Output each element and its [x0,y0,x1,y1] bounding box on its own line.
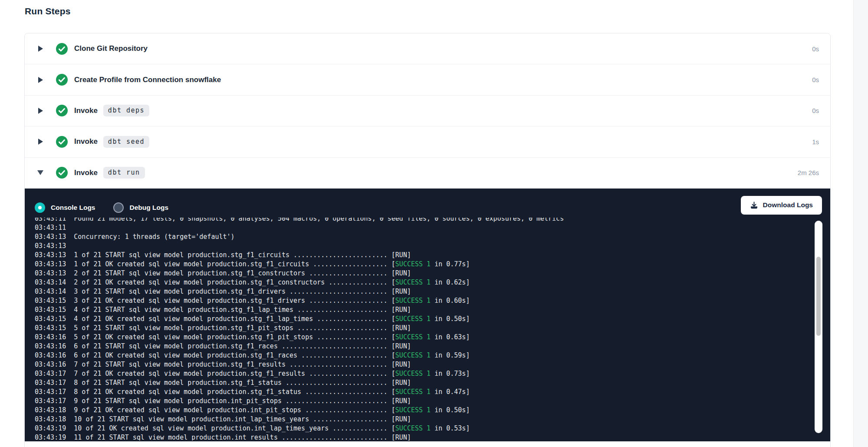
chevron-right-icon[interactable] [37,77,44,83]
page-title: Run Steps [25,6,71,17]
chevron-right-icon[interactable] [37,46,44,52]
log-line: 03:43:16 6 of 21 START sql view model pr… [35,342,830,351]
log-line: 03:43:11 Found 21 models, 17 tests, 0 sn… [35,218,830,223]
log-line: 03:43:17 9 of 21 START sql view model pr… [35,397,830,406]
step-command-chip: dbt run [103,167,145,179]
log-line: 03:43:17 7 of 21 OK created sql view mod… [35,369,830,378]
step-duration: 0s [812,76,819,83]
log-type-tabs: Console LogsDebug Logs [35,202,187,213]
log-line: 03:43:18 9 of 21 OK created sql view mod… [35,406,830,415]
download-icon [750,201,758,209]
log-line: 03:43:16 7 of 21 START sql view model pr… [35,360,830,369]
radio-selected-icon[interactable] [35,202,45,213]
step-duration: 1s [812,138,819,146]
step-label: Clone Git Repository [74,44,148,53]
success-check-icon [56,136,68,148]
log-line: 03:43:13 [35,242,830,251]
log-line: 03:43:11 [35,223,830,232]
tab-console-logs[interactable]: Console Logs [35,202,95,213]
console-log-output[interactable]: 03:43:11 Found 21 models, 17 tests, 0 sn… [25,218,830,440]
step-duration: 2m 26s [798,169,819,176]
log-line: 03:43:13 1 of 21 START sql view model pr… [35,251,830,260]
download-logs-label: Download Logs [763,201,813,209]
log-line: 03:43:17 8 of 21 OK created sql view mod… [35,387,830,397]
step-command-chip: dbt deps [103,105,149,116]
log-line: 03:43:16 6 of 21 OK created sql view mod… [35,351,830,360]
step-label: Invoke [74,106,98,115]
step-duration: 0s [812,45,819,53]
run-step-row[interactable]: Clone Git Repository0s [25,33,830,64]
log-line: 03:43:16 5 of 21 OK created sql view mod… [35,333,830,342]
success-check-icon [56,74,68,86]
radio-unselected-icon[interactable] [113,202,124,213]
run-step-row[interactable]: Create Profile from Connection snowflake… [25,64,830,95]
log-line: 03:43:14 2 of 21 OK created sql view mod… [35,278,830,287]
log-scrollbar[interactable] [815,221,822,433]
step-label: Invoke [74,169,98,177]
log-scrollbar-thumb[interactable] [816,257,821,336]
success-check-icon [56,167,68,179]
step-command-chip: dbt seed [103,136,149,148]
log-line: 03:43:13 Concurrency: 1 threads (target=… [35,232,830,242]
run-step-row[interactable]: Invokedbt seed1s [25,126,830,157]
chevron-right-icon[interactable] [37,139,44,145]
step-duration: 0s [812,107,819,114]
log-line: 03:43:13 1 of 21 OK created sql view mod… [35,260,830,269]
log-line: 03:43:18 10 of 21 START sql view model p… [35,415,830,424]
run-steps-list: Clone Git Repository0sCreate Profile fro… [25,33,830,189]
run-steps-card: Clone Git Repository0sCreate Profile fro… [24,33,831,447]
tab-label: Console Logs [51,204,95,212]
console-header: Console LogsDebug Logs Download Logs [25,189,830,218]
tab-debug-logs[interactable]: Debug Logs [113,202,168,213]
step-label: Invoke [74,137,98,146]
log-line: 03:43:19 10 of 21 OK created sql view mo… [35,424,830,433]
right-gutter [853,0,868,447]
run-step-row[interactable]: Invokedbt run2m 26s [25,158,830,189]
log-line: 03:43:15 4 of 21 START sql view model pr… [35,305,830,315]
run-steps-page: { "title": "Run Steps", "colors": { "suc… [0,0,868,447]
chevron-down-icon[interactable] [37,170,44,175]
log-line: 03:43:17 8 of 21 START sql view model pr… [35,378,830,387]
run-step-row[interactable]: Invokedbt deps0s [25,96,830,126]
log-text: 03:43:11 Found 21 models, 17 tests, 0 sn… [25,218,830,440]
chevron-right-icon[interactable] [37,108,44,114]
tab-label: Debug Logs [129,204,168,212]
step-label: Create Profile from Connection snowflake [74,76,221,84]
log-line: 03:43:15 4 of 21 OK created sql view mod… [35,315,830,324]
log-line: 03:43:13 2 of 21 START sql view model pr… [35,269,830,278]
console-panel: Console LogsDebug Logs Download Logs 03:… [25,189,830,441]
log-line: 03:43:15 5 of 21 START sql view model pr… [35,324,830,333]
log-line: 03:43:15 3 of 21 OK created sql view mod… [35,296,830,305]
log-line: 03:43:19 11 of 21 START sql view model p… [35,433,830,440]
download-logs-button[interactable]: Download Logs [741,196,822,215]
log-line: 03:43:14 3 of 21 START sql view model pr… [35,287,830,296]
success-check-icon [56,43,68,55]
success-check-icon [56,105,68,116]
